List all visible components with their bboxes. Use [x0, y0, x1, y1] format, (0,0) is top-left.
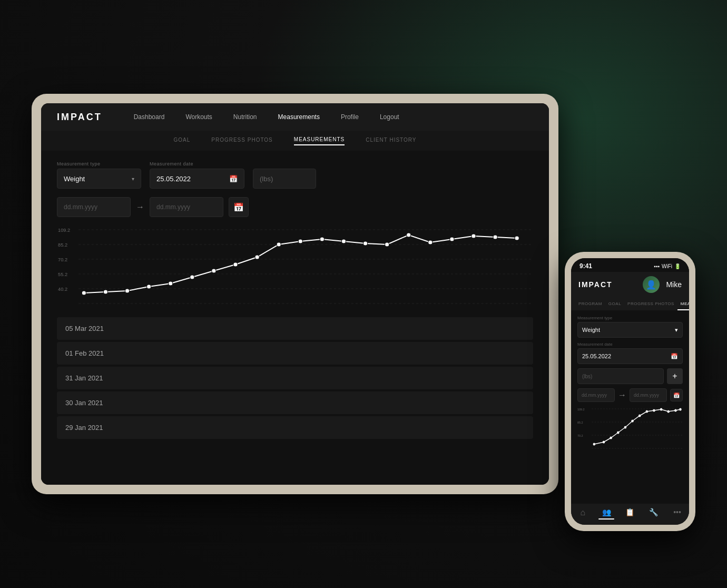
svg-point-26: [407, 233, 411, 237]
calendar-icon: 📅: [229, 175, 238, 183]
svg-point-27: [428, 240, 433, 244]
subnav-client-history[interactable]: CLIENT HISTORY: [366, 137, 416, 145]
svg-point-12: [103, 290, 107, 294]
phone-measurement-type-input[interactable]: Weight ▾: [577, 322, 683, 338]
phone-bottom-tools[interactable]: 🔧: [642, 508, 665, 520]
svg-point-25: [385, 242, 389, 247]
phone-add-button[interactable]: +: [667, 368, 683, 384]
phone-date-from[interactable]: dd.mm.yyyy: [577, 388, 615, 402]
svg-point-22: [320, 237, 324, 241]
nav-item-workouts[interactable]: Workouts: [185, 113, 212, 121]
nav-item-dashboard[interactable]: Dashboard: [134, 113, 165, 121]
phone-dropdown-arrow-icon: ▾: [675, 327, 678, 334]
measurement-type-label: Measurement type: [57, 161, 141, 166]
phone-bottom-clipboard[interactable]: 📋: [618, 508, 642, 520]
list-item[interactable]: 05 Mar 2021: [57, 317, 533, 340]
svg-point-21: [298, 239, 302, 243]
svg-text:70.2: 70.2: [577, 434, 583, 437]
svg-point-40: [603, 441, 605, 444]
svg-point-20: [277, 242, 281, 247]
svg-point-31: [515, 236, 519, 240]
phone-unit-input[interactable]: (lbs): [577, 368, 664, 384]
svg-point-46: [646, 410, 649, 413]
tablet-screen: IMPACT Dashboard Workouts Nutrition Meas…: [41, 103, 549, 485]
svg-point-30: [493, 235, 497, 239]
tablet-logo: IMPACT: [57, 112, 102, 123]
phone-subnav: PROGRAM GOAL PROGRESS PHOTOS MEASUREMENT…: [571, 297, 689, 310]
svg-point-18: [233, 262, 238, 267]
svg-point-28: [450, 237, 454, 241]
svg-point-50: [674, 409, 677, 412]
date-range-row: dd.mm.yyyy → dd.mm.yyyy 📅: [57, 197, 533, 217]
list-item[interactable]: 01 Feb 2021: [57, 342, 533, 365]
unit-input[interactable]: (lbs): [253, 169, 316, 189]
phone-subnav-program[interactable]: PROGRAM: [575, 297, 605, 310]
phone-subnav-goal[interactable]: GOAL: [605, 297, 624, 310]
tools-icon: 🔧: [649, 508, 658, 516]
phone-chart-svg: 109.2 85.2 70.2: [577, 406, 683, 454]
wifi-icon: WiFi: [662, 263, 672, 269]
svg-point-19: [255, 255, 259, 259]
phone-date-arrow-icon: →: [618, 390, 626, 400]
svg-point-15: [169, 281, 173, 286]
date-to-input[interactable]: dd.mm.yyyy: [150, 197, 223, 217]
tablet-subnav: GOAL PROGRESS PHOTOS MEASUREMENTS CLIENT…: [41, 131, 549, 151]
nav-item-profile[interactable]: Profile: [341, 113, 359, 121]
svg-point-49: [667, 410, 670, 413]
nav-item-logout[interactable]: Logout: [380, 113, 399, 121]
svg-point-13: [125, 289, 129, 293]
svg-text:85.2: 85.2: [58, 242, 67, 248]
phone-screen: 9:41 ▪▪▪ WiFi 🔋 IMPACT 👤 Mike PROGRAM GO…: [571, 258, 689, 525]
clients-icon: 👥: [602, 508, 611, 516]
measurement-date-input[interactable]: 25.05.2022 📅: [150, 169, 244, 189]
phone-content: Measurement type Weight ▾ Measurement da…: [571, 310, 689, 504]
phone-bottom-nav: ⌂ 👥 📋 🔧 •••: [571, 504, 689, 525]
svg-point-24: [363, 241, 367, 246]
phone-calendar-icon: 📅: [671, 353, 678, 360]
phone-logo: IMPACT: [578, 280, 613, 289]
svg-point-14: [147, 285, 151, 289]
phone-measurement-date-input[interactable]: 25.05.2022 📅: [577, 348, 683, 364]
svg-point-29: [471, 234, 476, 238]
svg-text:85.2: 85.2: [577, 421, 583, 424]
phone-date-to[interactable]: dd.mm.yyyy: [630, 388, 667, 402]
svg-point-48: [660, 408, 663, 411]
list-item[interactable]: 31 Jan 2021: [57, 367, 533, 389]
tablet-chart: 109.2 85.2 70.2 55.2 40.2: [57, 224, 533, 309]
phone-subnav-progress[interactable]: PROGRESS PHOTOS: [624, 297, 677, 310]
more-icon: •••: [673, 508, 681, 516]
date-range-calendar-icon[interactable]: 📅: [229, 197, 249, 217]
measurement-type-input[interactable]: Weight ▾: [57, 169, 141, 189]
svg-point-11: [82, 291, 86, 295]
phone-status-bar: 9:41 ▪▪▪ WiFi 🔋: [571, 258, 689, 272]
phone-subnav-measurements[interactable]: MEASUREMENTS: [677, 297, 689, 310]
date-from-input[interactable]: dd.mm.yyyy: [57, 197, 131, 217]
subnav-measurements[interactable]: MEASUREMENTS: [294, 136, 345, 145]
svg-text:70.2: 70.2: [58, 257, 67, 262]
phone-bottom-clients[interactable]: 👥: [595, 508, 618, 520]
date-range-arrow-icon: →: [136, 202, 144, 212]
list-item[interactable]: 29 Jan 2021: [57, 416, 533, 439]
clipboard-icon: 📋: [625, 508, 634, 516]
phone-bottom-more[interactable]: •••: [665, 508, 689, 520]
phone-username: Mike: [666, 280, 682, 289]
subnav-progress-photos[interactable]: PROGRESS PHOTOS: [211, 137, 273, 145]
svg-point-16: [190, 275, 194, 279]
list-item[interactable]: 30 Jan 2021: [57, 391, 533, 414]
phone-bottom-home[interactable]: ⌂: [571, 508, 595, 520]
dropdown-arrow-icon: ▾: [132, 176, 134, 182]
measurement-date-label: Measurement date: [150, 161, 244, 166]
home-icon: ⌂: [581, 508, 586, 517]
svg-point-42: [617, 432, 620, 434]
subnav-goal[interactable]: GOAL: [173, 137, 190, 145]
phone-measurement-date-label: Measurement date: [577, 342, 683, 347]
nav-item-nutrition[interactable]: Nutrition: [233, 113, 257, 121]
phone-date-range-row: dd.mm.yyyy → dd.mm.yyyy 📅: [577, 388, 683, 402]
phone-measurement-type-label: Measurement type: [577, 316, 683, 320]
scene: IMPACT Dashboard Workouts Nutrition Meas…: [32, 41, 695, 547]
nav-item-measurements[interactable]: Measurements: [278, 113, 320, 121]
svg-text:55.2: 55.2: [58, 272, 67, 277]
phone-status-icons: ▪▪▪ WiFi 🔋: [654, 263, 681, 269]
phone-date-cal-icon[interactable]: 📅: [670, 389, 683, 401]
svg-text:109.2: 109.2: [577, 408, 585, 411]
